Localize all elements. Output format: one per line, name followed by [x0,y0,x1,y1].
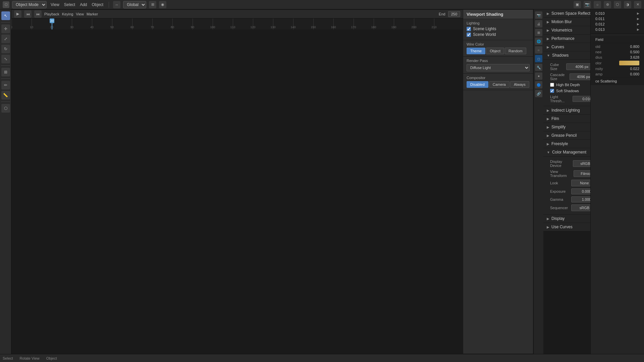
measure-tool[interactable]: 📏 [1,91,10,100]
wire-color-theme-btn[interactable]: Theme [467,48,485,54]
compositor-camera-btn[interactable]: Camera [489,81,509,88]
proportional-icon[interactable]: ◉ [159,1,166,8]
timeline-strip[interactable]: 0 10 20 30 40 50 60 70 [11,18,463,29]
material-icon[interactable]: ○ [594,1,601,8]
scale-tool[interactable]: ⤡ [1,55,10,63]
bottom-bar: ▶ ⏮ ⏭ Playback Keying View Marker End 25… [11,9,463,29]
display-device-label: Display Device [550,160,573,168]
volumetrics-header[interactable]: ▶ Volumetrics [543,26,590,35]
transform-tool[interactable]: ⊞ [1,68,10,76]
global-dropdown[interactable]: Global [123,1,146,8]
transform-icon[interactable]: ↔ [113,1,120,8]
snap-icon[interactable]: ⊞ [149,1,156,8]
performance-header[interactable]: ▶ Performance [543,35,590,43]
mode-dropdown[interactable]: Object Mode [12,1,47,8]
tick-label-180: 180 [371,25,376,29]
prop-physics-icon[interactable]: 🔵 [535,81,542,88]
use-curves-header[interactable]: ▶ Use Curves [543,223,590,231]
marker-menu[interactable]: Marker [87,12,98,16]
skip-forward-button[interactable]: ⏭ [34,10,42,18]
skip-back-button[interactable]: ⏮ [24,10,32,18]
camera-icon[interactable]: 📷 [584,1,591,8]
display-header[interactable]: ▶ Display [543,215,590,223]
shadows-arrow: ▼ [547,54,550,57]
select-tool[interactable]: ↖ [1,11,10,20]
wireframe-icon[interactable]: ⬡ [614,1,621,8]
wire-color-object-btn[interactable]: Object [486,48,504,54]
playhead[interactable]: 20 [52,18,52,29]
high-bit-depth-checkbox[interactable] [550,83,554,87]
render-pass-select[interactable]: Diffuse Light [467,64,530,71]
display-device-select[interactable]: sRGB [573,160,590,167]
overlay-icon[interactable]: ⊛ [604,1,611,8]
view-menu-timeline[interactable]: View [76,12,84,16]
keying-menu[interactable]: Keying [62,12,73,16]
cursor-tool[interactable]: ✛ [1,24,10,33]
move-tool[interactable]: ⤢ [1,35,10,43]
prop-object-icon[interactable]: ◻ [535,55,542,62]
color-management-header[interactable]: ▼ Color Management [543,148,590,157]
add-tool[interactable]: ⬡ [1,104,10,113]
view-transform-label: View Transform [550,170,574,178]
high-bit-depth-label: High Bit Depth [556,83,580,87]
prop-world-icon[interactable]: ○ [535,46,542,54]
look-row: Look None [550,179,590,187]
xray-icon[interactable]: ✕ [634,1,641,8]
playback-menu[interactable]: Playback [44,12,59,16]
prop-constraints-icon[interactable]: 🔗 [535,90,542,97]
tick-label-70: 70 [151,25,154,29]
sequencer-select[interactable]: sRGB [571,204,590,211]
scene-world-row: Scene World [467,32,530,37]
props-fields-section: Field old 0.800 nee 0.500 dius [591,36,644,85]
soft-shadows-checkbox[interactable] [550,89,554,93]
render-pass-row: Diffuse Light [467,64,530,71]
props-nee-value: 0.500 [630,50,639,54]
film-header[interactable]: ▶ Film [543,115,590,123]
prop-view-layer-icon[interactable]: ⊞ [535,29,542,36]
shading-icon[interactable]: ◑ [624,1,631,8]
view-transform-select[interactable]: Filmic [574,170,590,177]
wire-color-label: Wire Color [467,42,530,46]
curves-header[interactable]: ▶ Curves [543,43,590,51]
cascade-size-select[interactable]: 4096 px [570,73,590,80]
light-thresh-value[interactable]: 0.010 [573,96,590,102]
color-swatch[interactable] [619,61,639,65]
prop-val-0: 0.010 [595,11,605,15]
grease-pencil-header[interactable]: ▶ Grease Pencil [543,131,590,140]
play-button[interactable]: ▶ [14,10,21,18]
prop-particles-icon[interactable]: ✦ [535,72,542,80]
cube-size-select[interactable]: 4096 px [566,63,590,70]
menu-add[interactable]: Add [78,2,88,8]
menu-select[interactable]: Select [63,2,76,8]
simplify-header[interactable]: ▶ Simplify [543,123,590,131]
gamma-value[interactable]: 1.000 [571,196,590,202]
shadows-header[interactable]: ▼ Shadows [543,51,590,60]
wire-color-random-btn[interactable]: Random [505,48,526,54]
menu-view[interactable]: View [49,2,61,8]
prop-scene-icon[interactable]: 🌐 [535,38,542,45]
menu-object[interactable]: Object [91,2,105,8]
prop-render-icon[interactable]: 📷 [535,11,542,19]
annotate-tool[interactable]: ✏ [1,81,10,89]
prop-output-icon[interactable]: 🖨 [535,20,542,27]
prop-modifier-icon[interactable]: 🔧 [535,64,542,71]
end-value[interactable]: 250 [448,11,460,17]
rotate-tool[interactable]: ↻ [1,45,10,53]
scene-world-checkbox[interactable] [467,33,471,37]
exposure-value[interactable]: 0.000 [571,188,590,194]
compositor-disabled-btn[interactable]: Disabled [467,81,488,88]
compositor-always-btn[interactable]: Always [510,81,529,88]
light-thresh-label: Light Thresh... [550,95,573,103]
prop-val-row-1: 0.011 ▶ [593,16,642,21]
freestyle-header[interactable]: ▶ Freestyle [543,140,590,148]
screen-space-reflections-header[interactable]: ▶ Screen Space Reflections [543,9,590,18]
right-panel-container: Viewport Shading Lighting Scene Lights S… [463,9,644,354]
look-select[interactable]: None [571,180,590,186]
render-icon[interactable]: ▣ [574,1,581,8]
motion-blur-header[interactable]: ▶ Motion Blur [543,18,590,26]
indirect-lighting-header[interactable]: ▶ Indirect Lighting [543,106,590,115]
tick-label-50: 50 [110,25,114,29]
film-arrow: ▶ [547,117,549,121]
scene-lights-checkbox[interactable] [467,27,471,31]
high-bit-depth-row: High Bit Depth [550,82,590,88]
